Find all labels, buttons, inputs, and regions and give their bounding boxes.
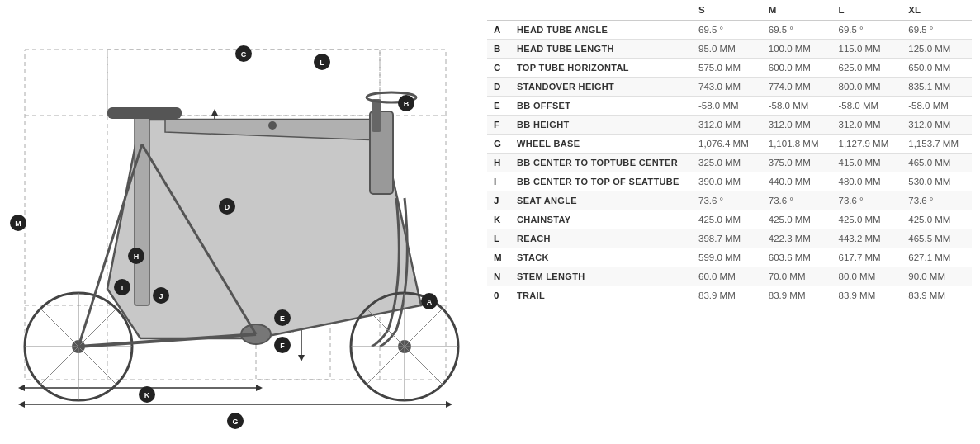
row-id: L <box>487 229 510 248</box>
row-xl: 73.6 ° <box>902 191 972 210</box>
row-l: 415.0 MM <box>832 154 902 172</box>
row-m: 600.0 MM <box>762 59 832 78</box>
row-label: BB OFFSET <box>510 97 692 116</box>
svg-text:K: K <box>144 391 150 399</box>
svg-text:H: H <box>134 253 140 261</box>
svg-text:E: E <box>280 314 285 323</box>
table-row: B HEAD TUBE LENGTH 95.0 MM 100.0 MM 115.… <box>487 40 972 59</box>
row-l: 625.0 MM <box>832 59 902 78</box>
row-s: 312.0 MM <box>692 116 762 135</box>
row-id: E <box>487 97 510 116</box>
row-m: 69.5 ° <box>762 21 832 40</box>
row-label: BB HEIGHT <box>510 116 692 135</box>
row-s: 575.0 MM <box>692 59 762 78</box>
row-id: B <box>487 40 510 59</box>
row-label: SEAT ANGLE <box>510 191 692 210</box>
row-xl: 312.0 MM <box>902 116 972 135</box>
row-label: TRAIL <box>510 286 692 305</box>
col-header-l: L <box>832 0 902 21</box>
row-xl: -58.0 MM <box>902 97 972 116</box>
row-s: 83.9 MM <box>692 286 762 305</box>
row-m: 603.6 MM <box>762 248 832 267</box>
row-s: 398.7 MM <box>692 229 762 248</box>
row-label: STEM LENGTH <box>510 267 692 286</box>
row-s: 69.5 ° <box>692 21 762 40</box>
row-l: 73.6 ° <box>832 191 902 210</box>
row-id: H <box>487 154 510 172</box>
row-label: CHAINSTAY <box>510 210 692 229</box>
svg-marker-10 <box>18 401 25 408</box>
row-s: 95.0 MM <box>692 40 762 59</box>
diagram-panel: A B C D E F G H I J K L M <box>0 0 479 444</box>
col-header-m: M <box>762 0 832 21</box>
row-m: 83.9 MM <box>762 286 832 305</box>
row-xl: 627.1 MM <box>902 248 972 267</box>
svg-text:L: L <box>320 59 324 67</box>
row-m: 440.0 MM <box>762 172 832 191</box>
row-id: K <box>487 210 510 229</box>
row-xl: 530.0 MM <box>902 172 972 191</box>
row-label: HEAD TUBE LENGTH <box>510 40 692 59</box>
row-id: I <box>487 172 510 191</box>
table-row: M STACK 599.0 MM 603.6 MM 617.7 MM 627.1… <box>487 248 972 267</box>
row-xl: 425.0 MM <box>902 210 972 229</box>
row-label: WHEEL BASE <box>510 135 692 154</box>
row-id: J <box>487 191 510 210</box>
table-row: G WHEEL BASE 1,076.4 MM 1,101.8 MM 1,127… <box>487 135 972 154</box>
row-m: 70.0 MM <box>762 267 832 286</box>
row-xl: 835.1 MM <box>902 78 972 97</box>
row-label: REACH <box>510 229 692 248</box>
row-l: 480.0 MM <box>832 172 902 191</box>
row-id: 0 <box>487 286 510 305</box>
row-id: C <box>487 59 510 78</box>
svg-point-47 <box>268 121 277 130</box>
row-xl: 1,153.7 MM <box>902 135 972 154</box>
table-row: L REACH 398.7 MM 422.3 MM 443.2 MM 465.5… <box>487 229 972 248</box>
row-label: STACK <box>510 248 692 267</box>
svg-marker-22 <box>211 109 218 116</box>
row-l: 80.0 MM <box>832 267 902 286</box>
svg-text:D: D <box>225 203 230 211</box>
row-s: 390.0 MM <box>692 172 762 191</box>
row-s: 325.0 MM <box>692 154 762 172</box>
row-xl: 83.9 MM <box>902 286 972 305</box>
row-m: 1,101.8 MM <box>762 135 832 154</box>
row-id: N <box>487 267 510 286</box>
row-m: 774.0 MM <box>762 78 832 97</box>
row-xl: 465.0 MM <box>902 154 972 172</box>
row-xl: 90.0 MM <box>902 267 972 286</box>
row-s: 1,076.4 MM <box>692 135 762 154</box>
geometry-table: S M L XL A HEAD TUBE ANGLE 69.5 ° 69.5 °… <box>487 0 972 305</box>
row-id: A <box>487 21 510 40</box>
row-xl: 125.0 MM <box>902 40 972 59</box>
svg-marker-13 <box>18 385 25 391</box>
row-m: 425.0 MM <box>762 210 832 229</box>
table-row: K CHAINSTAY 425.0 MM 425.0 MM 425.0 MM 4… <box>487 210 972 229</box>
row-xl: 650.0 MM <box>902 59 972 78</box>
row-l: 115.0 MM <box>832 40 902 59</box>
col-header-label <box>510 0 692 21</box>
table-row: I BB CENTER TO TOP OF SEATTUBE 390.0 MM … <box>487 172 972 191</box>
row-xl: 69.5 ° <box>902 21 972 40</box>
svg-text:F: F <box>280 342 285 350</box>
row-s: 73.6 ° <box>692 191 762 210</box>
svg-text:A: A <box>427 298 433 306</box>
row-m: 100.0 MM <box>762 40 832 59</box>
row-l: 69.5 ° <box>832 21 902 40</box>
row-id: G <box>487 135 510 154</box>
row-m: 375.0 MM <box>762 154 832 172</box>
col-header-xl: XL <box>902 0 972 21</box>
row-m: 312.0 MM <box>762 116 832 135</box>
row-s: 743.0 MM <box>692 78 762 97</box>
svg-text:I: I <box>121 284 124 292</box>
row-id: F <box>487 116 510 135</box>
svg-marker-17 <box>298 355 305 361</box>
table-row: E BB OFFSET -58.0 MM -58.0 MM -58.0 MM -… <box>487 97 972 116</box>
row-m: -58.0 MM <box>762 97 832 116</box>
row-l: 617.7 MM <box>832 248 902 267</box>
row-s: 425.0 MM <box>692 210 762 229</box>
svg-rect-42 <box>372 99 381 132</box>
table-row: H BB CENTER TO TOPTUBE CENTER 325.0 MM 3… <box>487 154 972 172</box>
row-l: 312.0 MM <box>832 116 902 135</box>
svg-text:J: J <box>159 292 163 300</box>
